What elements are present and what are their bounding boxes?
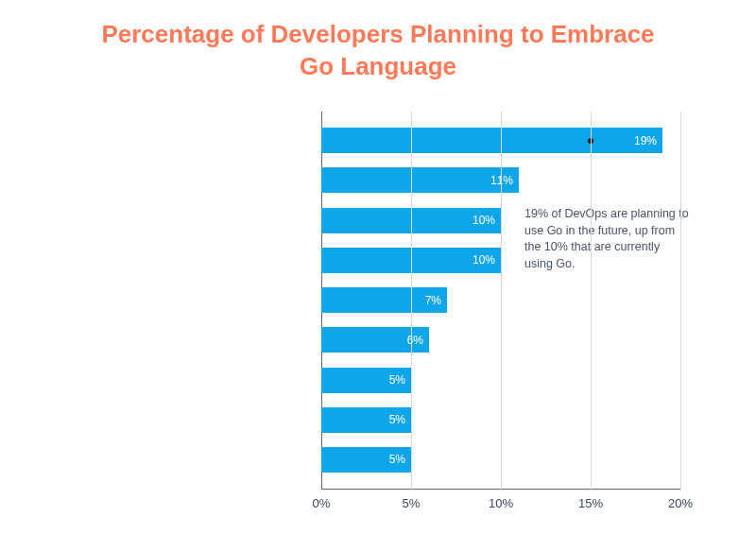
bar-value-label: 10% — [472, 214, 495, 227]
x-tick-label: 15% — [578, 496, 603, 510]
x-tick-label: 20% — [668, 496, 693, 510]
bar: 11% — [321, 167, 519, 193]
bar-value-label: 10% — [472, 253, 495, 267]
plot: 19%11%10%10%7%6%5%5%5% 19% of DevOps are… — [321, 112, 680, 490]
x-tick-label: 10% — [489, 496, 513, 510]
bar-value-label: 5% — [389, 413, 405, 426]
chart-title: Percentage of Developers Planning to Emb… — [94, 19, 662, 83]
x-tick-label: 5% — [403, 496, 421, 510]
grid-line — [680, 112, 681, 490]
bar: 6% — [321, 327, 429, 353]
annotation-text: 19% of DevOps are planning to use Go in … — [524, 206, 690, 272]
bar: 7% — [321, 287, 447, 313]
bar-value-label: 5% — [389, 373, 405, 387]
chart-container: Percentage of Developers Planning to Emb… — [0, 0, 756, 551]
bar: 5% — [321, 407, 411, 433]
bar-value-label: 7% — [425, 294, 441, 307]
bar-value-label: 6% — [407, 334, 423, 347]
x-tick-label: 0% — [313, 496, 331, 510]
bar: 5% — [321, 447, 411, 473]
bar: 19% — [321, 128, 662, 153]
bar-value-label: 5% — [389, 453, 405, 466]
bar-value-label: 19% — [634, 134, 657, 147]
bar: 5% — [321, 368, 411, 393]
chart-area: 19%11%10%10%7%6%5%5%5% 19% of DevOps are… — [28, 112, 728, 518]
grid-line — [501, 112, 502, 490]
grid-line — [591, 112, 592, 490]
grid-line — [411, 112, 412, 490]
